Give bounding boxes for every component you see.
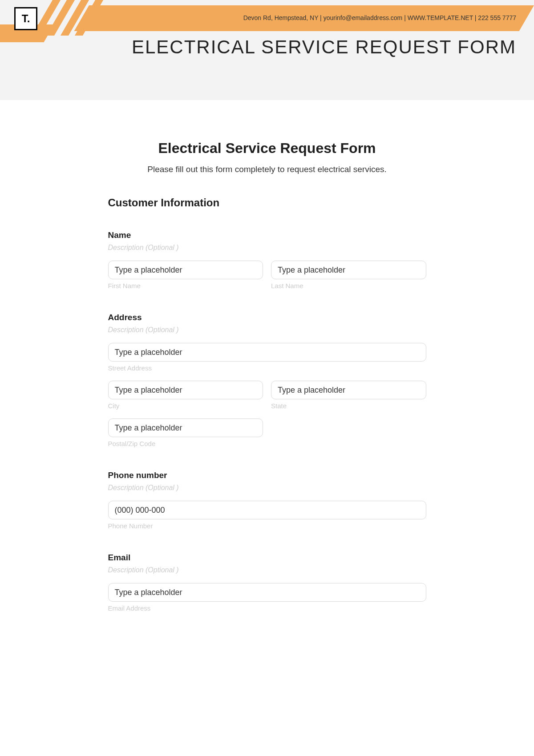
section-customer-info: Customer Information (108, 197, 426, 209)
last-name-sublabel: Last Name (271, 282, 426, 290)
last-name-input[interactable] (271, 261, 426, 279)
header-title: ELECTRICAL SERVICE REQUEST FORM (132, 36, 516, 58)
street-sublabel: Street Address (108, 364, 426, 372)
phone-sublabel: Phone Number (108, 522, 426, 530)
zip-input[interactable] (108, 418, 263, 437)
city-input[interactable] (108, 381, 263, 399)
first-name-input[interactable] (108, 261, 263, 279)
logo: T. (14, 7, 37, 30)
phone-description: Description (Optional ) (108, 484, 426, 492)
header-contact-info: Devon Rd, Hempstead, NY | yourinfo@email… (243, 14, 516, 21)
address-label: Address (108, 313, 426, 322)
address-description: Description (Optional ) (108, 326, 426, 334)
form-subtitle: Please fill out this form completely to … (108, 165, 426, 174)
name-description: Description (Optional ) (108, 244, 426, 252)
zip-sublabel: Postal/Zip Code (108, 440, 263, 447)
phone-input[interactable] (108, 501, 426, 519)
header-banner: T. Devon Rd, Hempstead, NY | yourinfo@em… (0, 0, 534, 100)
email-input[interactable] (108, 583, 426, 602)
city-sublabel: City (108, 402, 263, 410)
email-sublabel: Email Address (108, 604, 426, 612)
form-title: Electrical Service Request Form (108, 140, 426, 157)
field-group-phone: Phone number Description (Optional ) Pho… (108, 470, 426, 530)
field-group-address: Address Description (Optional ) Street A… (108, 313, 426, 447)
field-group-name: Name Description (Optional ) First Name … (108, 230, 426, 290)
state-input[interactable] (271, 381, 426, 399)
field-group-email: Email Description (Optional ) Email Addr… (108, 553, 426, 612)
state-sublabel: State (271, 402, 426, 410)
phone-label: Phone number (108, 470, 426, 480)
first-name-sublabel: First Name (108, 282, 263, 290)
email-description: Description (Optional ) (108, 566, 426, 574)
email-label: Email (108, 553, 426, 563)
street-address-input[interactable] (108, 343, 426, 362)
name-label: Name (108, 230, 426, 240)
form-container: Electrical Service Request Form Please f… (86, 100, 449, 648)
